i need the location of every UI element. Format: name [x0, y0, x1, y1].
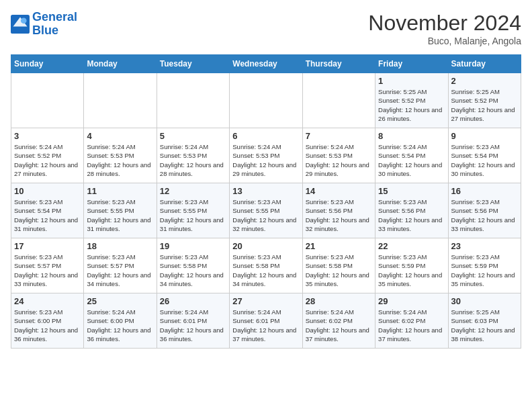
day-number: 15: [378, 186, 445, 196]
day-info: Sunrise: 5:24 AM Sunset: 5:53 PM Dayligh…: [87, 142, 153, 178]
day-info: Sunrise: 5:24 AM Sunset: 6:02 PM Dayligh…: [306, 308, 372, 343]
day-header-saturday: Saturday: [448, 55, 521, 73]
day-cell: 20Sunrise: 5:23 AM Sunset: 5:58 PM Dayli…: [230, 238, 302, 293]
day-cell: 11Sunrise: 5:23 AM Sunset: 5:55 PM Dayli…: [84, 183, 157, 238]
page-header: General Blue November 2024 Buco, Malanje…: [11, 11, 521, 46]
day-cell: 14Sunrise: 5:23 AM Sunset: 5:56 PM Dayli…: [302, 183, 375, 238]
day-number: 26: [160, 296, 226, 306]
day-cell: 8Sunrise: 5:24 AM Sunset: 5:54 PM Daylig…: [375, 128, 448, 183]
day-number: 13: [232, 186, 299, 196]
day-info: Sunrise: 5:23 AM Sunset: 5:55 PM Dayligh…: [87, 197, 153, 233]
day-header-sunday: Sunday: [11, 55, 84, 73]
day-number: 12: [160, 186, 226, 196]
day-header-monday: Monday: [84, 55, 157, 73]
day-number: 2: [451, 76, 518, 86]
day-info: Sunrise: 5:24 AM Sunset: 5:53 PM Dayligh…: [232, 142, 299, 178]
day-number: 19: [160, 241, 226, 251]
day-number: 17: [14, 241, 81, 251]
calendar-header-row: SundayMondayTuesdayWednesdayThursdayFrid…: [11, 55, 521, 73]
day-number: 6: [232, 131, 299, 141]
day-number: 29: [378, 296, 445, 306]
day-info: Sunrise: 5:24 AM Sunset: 6:01 PM Dayligh…: [232, 308, 299, 343]
day-header-friday: Friday: [375, 55, 448, 73]
calendar-table: SundayMondayTuesdayWednesdayThursdayFrid…: [11, 54, 521, 349]
day-cell: 23Sunrise: 5:23 AM Sunset: 5:59 PM Dayli…: [448, 238, 521, 293]
day-cell: 12Sunrise: 5:23 AM Sunset: 5:55 PM Dayli…: [157, 183, 229, 238]
day-info: Sunrise: 5:24 AM Sunset: 5:53 PM Dayligh…: [160, 142, 226, 178]
day-number: 30: [451, 296, 518, 306]
location: Buco, Malanje, Angola: [368, 36, 521, 46]
day-info: Sunrise: 5:23 AM Sunset: 5:56 PM Dayligh…: [451, 197, 518, 233]
day-cell: 18Sunrise: 5:23 AM Sunset: 5:57 PM Dayli…: [84, 238, 157, 293]
day-number: 11: [87, 186, 153, 196]
day-info: Sunrise: 5:23 AM Sunset: 5:55 PM Dayligh…: [160, 197, 226, 233]
day-number: 20: [232, 241, 299, 251]
day-info: Sunrise: 5:23 AM Sunset: 5:58 PM Dayligh…: [160, 253, 226, 288]
day-header-wednesday: Wednesday: [230, 55, 302, 73]
logo: General Blue: [11, 11, 77, 38]
day-number: 14: [306, 186, 372, 196]
day-number: 27: [232, 296, 299, 306]
day-number: 3: [14, 131, 81, 141]
day-cell: 2Sunrise: 5:25 AM Sunset: 5:52 PM Daylig…: [448, 73, 521, 128]
day-cell: 13Sunrise: 5:23 AM Sunset: 5:55 PM Dayli…: [230, 183, 302, 238]
day-info: Sunrise: 5:24 AM Sunset: 5:52 PM Dayligh…: [14, 142, 81, 178]
day-cell: 5Sunrise: 5:24 AM Sunset: 5:53 PM Daylig…: [157, 128, 229, 183]
day-number: 4: [87, 131, 153, 141]
week-row-5: 24Sunrise: 5:23 AM Sunset: 6:00 PM Dayli…: [11, 293, 521, 349]
day-info: Sunrise: 5:23 AM Sunset: 5:57 PM Dayligh…: [87, 253, 153, 288]
day-info: Sunrise: 5:23 AM Sunset: 5:54 PM Dayligh…: [14, 197, 81, 233]
day-number: 8: [378, 131, 445, 141]
week-row-4: 17Sunrise: 5:23 AM Sunset: 5:57 PM Dayli…: [11, 238, 521, 293]
day-cell: 17Sunrise: 5:23 AM Sunset: 5:57 PM Dayli…: [11, 238, 84, 293]
day-number: 10: [14, 186, 81, 196]
day-info: Sunrise: 5:23 AM Sunset: 5:59 PM Dayligh…: [451, 253, 518, 288]
day-number: 7: [306, 131, 372, 141]
day-cell: 7Sunrise: 5:24 AM Sunset: 5:53 PM Daylig…: [302, 128, 375, 183]
day-cell: 26Sunrise: 5:24 AM Sunset: 6:01 PM Dayli…: [157, 293, 229, 349]
day-cell: 4Sunrise: 5:24 AM Sunset: 5:53 PM Daylig…: [84, 128, 157, 183]
day-cell: 19Sunrise: 5:23 AM Sunset: 5:58 PM Dayli…: [157, 238, 229, 293]
week-row-2: 3Sunrise: 5:24 AM Sunset: 5:52 PM Daylig…: [11, 128, 521, 183]
day-number: 25: [87, 296, 153, 306]
day-cell: [230, 73, 302, 128]
day-number: 23: [451, 241, 518, 251]
day-info: Sunrise: 5:23 AM Sunset: 5:54 PM Dayligh…: [451, 142, 518, 178]
day-cell: 1Sunrise: 5:25 AM Sunset: 5:52 PM Daylig…: [375, 73, 448, 128]
day-number: 28: [306, 296, 372, 306]
day-cell: 21Sunrise: 5:23 AM Sunset: 5:58 PM Dayli…: [302, 238, 375, 293]
day-cell: 6Sunrise: 5:24 AM Sunset: 5:53 PM Daylig…: [230, 128, 302, 183]
day-info: Sunrise: 5:23 AM Sunset: 5:58 PM Dayligh…: [306, 253, 372, 288]
day-cell: 10Sunrise: 5:23 AM Sunset: 5:54 PM Dayli…: [11, 183, 84, 238]
day-info: Sunrise: 5:23 AM Sunset: 5:57 PM Dayligh…: [14, 253, 81, 288]
day-number: 21: [306, 241, 372, 251]
day-cell: 16Sunrise: 5:23 AM Sunset: 5:56 PM Dayli…: [448, 183, 521, 238]
day-cell: 22Sunrise: 5:23 AM Sunset: 5:59 PM Dayli…: [375, 238, 448, 293]
day-info: Sunrise: 5:25 AM Sunset: 6:03 PM Dayligh…: [451, 308, 518, 343]
day-cell: 25Sunrise: 5:24 AM Sunset: 6:00 PM Dayli…: [84, 293, 157, 349]
svg-point-2: [21, 17, 27, 24]
day-info: Sunrise: 5:24 AM Sunset: 5:54 PM Dayligh…: [378, 142, 445, 178]
day-cell: [302, 73, 375, 128]
logo-text: General Blue: [32, 11, 77, 38]
logo-line2: Blue: [32, 24, 58, 37]
title-block: November 2024 Buco, Malanje, Angola: [368, 11, 521, 46]
day-cell: 24Sunrise: 5:23 AM Sunset: 6:00 PM Dayli…: [11, 293, 84, 349]
month-title: November 2024: [368, 11, 521, 36]
day-cell: 3Sunrise: 5:24 AM Sunset: 5:52 PM Daylig…: [11, 128, 84, 183]
day-info: Sunrise: 5:23 AM Sunset: 5:56 PM Dayligh…: [306, 197, 372, 233]
day-info: Sunrise: 5:24 AM Sunset: 6:01 PM Dayligh…: [160, 308, 226, 343]
day-number: 24: [14, 296, 81, 306]
day-info: Sunrise: 5:24 AM Sunset: 6:02 PM Dayligh…: [378, 308, 445, 343]
day-info: Sunrise: 5:24 AM Sunset: 5:53 PM Dayligh…: [306, 142, 372, 178]
day-number: 1: [378, 76, 445, 86]
day-number: 9: [451, 131, 518, 141]
day-cell: 28Sunrise: 5:24 AM Sunset: 6:02 PM Dayli…: [302, 293, 375, 349]
day-number: 16: [451, 186, 518, 196]
day-cell: [11, 73, 84, 128]
day-cell: 9Sunrise: 5:23 AM Sunset: 5:54 PM Daylig…: [448, 128, 521, 183]
day-info: Sunrise: 5:23 AM Sunset: 5:56 PM Dayligh…: [378, 197, 445, 233]
day-cell: 29Sunrise: 5:24 AM Sunset: 6:02 PM Dayli…: [375, 293, 448, 349]
day-number: 18: [87, 241, 153, 251]
logo-icon: [11, 15, 30, 34]
